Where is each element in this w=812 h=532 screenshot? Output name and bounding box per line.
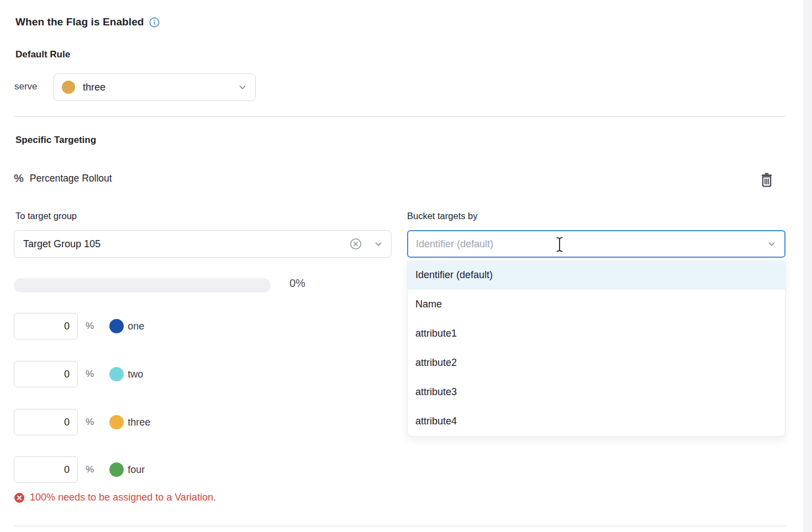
- percent-unit-label: %: [86, 417, 94, 428]
- menu-item-attribute1[interactable]: attribute1: [408, 319, 785, 348]
- variation-color-dot: [62, 81, 75, 94]
- menu-item-attribute3[interactable]: attribute3: [408, 377, 785, 407]
- percent-icon: %: [14, 172, 24, 185]
- variation-color-dot: [109, 319, 124, 333]
- bucket-options-menu: Identifier (default) Name attribute1 att…: [407, 260, 785, 437]
- page-background-gutter: [803, 0, 812, 532]
- text-cursor-icon: [555, 236, 564, 253]
- target-group-value: Target Group 105: [23, 238, 101, 250]
- trash-icon: [760, 172, 774, 188]
- percentage-rollout-header: % Percentage Rollout: [14, 172, 112, 185]
- bucket-targets-combobox[interactable]: [407, 230, 785, 258]
- error-icon: [14, 492, 25, 503]
- percent-unit-label: %: [86, 369, 94, 380]
- serve-variation-select[interactable]: three: [54, 73, 256, 101]
- serve-label: serve: [14, 81, 38, 92]
- menu-item-identifier-default[interactable]: Identifier (default): [408, 260, 785, 290]
- section-divider: [14, 116, 785, 117]
- menu-item-attribute4[interactable]: attribute4: [408, 407, 785, 436]
- rollout-progress-label: 0%: [289, 277, 305, 290]
- default-rule-label: Default Rule: [15, 49, 70, 60]
- clear-selection-icon[interactable]: [349, 237, 362, 251]
- chevron-down-icon: [373, 239, 383, 249]
- variation-name-label: two: [128, 369, 143, 380]
- validation-error: 100% needs to be assigned to a Variation…: [14, 492, 216, 503]
- variation-weight-input-two[interactable]: [14, 361, 78, 387]
- variation-weight-input-three[interactable]: [14, 409, 78, 435]
- variation-weight-row: % one: [14, 313, 246, 339]
- section-divider: [14, 525, 785, 526]
- variation-weight-row: % three: [14, 409, 246, 435]
- menu-item-attribute2[interactable]: attribute2: [408, 348, 785, 377]
- delete-rule-button[interactable]: [757, 170, 777, 190]
- target-group-label: To target group: [15, 211, 77, 221]
- rollout-progress-bar: [14, 278, 271, 292]
- serve-selected-value: three: [83, 82, 106, 93]
- variation-weight-row: % four: [14, 456, 246, 483]
- variation-name-label: three: [128, 417, 150, 428]
- chevron-down-icon: [238, 82, 247, 92]
- percentage-rollout-title: Percentage Rollout: [30, 173, 112, 184]
- variation-color-dot: [109, 367, 124, 381]
- variation-weight-row: % two: [14, 361, 246, 387]
- section-header: When the Flag is Enabled: [15, 16, 160, 28]
- error-message: 100% needs to be assigned to a Variation…: [30, 492, 216, 503]
- variation-weight-input-four[interactable]: [14, 456, 78, 483]
- menu-item-name[interactable]: Name: [408, 290, 785, 319]
- variation-name-label: one: [128, 321, 144, 332]
- specific-targeting-label: Specific Targeting: [15, 135, 96, 146]
- bucket-targets-label: Bucket targets by: [407, 211, 477, 221]
- chevron-down-icon: [767, 239, 777, 249]
- target-group-select[interactable]: Target Group 105: [14, 230, 392, 258]
- variation-weight-input-one[interactable]: [14, 313, 78, 339]
- variation-name-label: four: [128, 464, 145, 476]
- page-title: When the Flag is Enabled: [15, 16, 144, 28]
- variation-color-dot: [109, 415, 124, 429]
- percent-unit-label: %: [86, 321, 94, 332]
- variation-color-dot: [109, 462, 124, 477]
- flag-targeting-panel: When the Flag is Enabled Default Rule se…: [0, 0, 812, 532]
- info-icon[interactable]: [149, 17, 160, 28]
- percent-unit-label: %: [86, 464, 94, 475]
- bucket-targets-input[interactable]: [416, 238, 767, 250]
